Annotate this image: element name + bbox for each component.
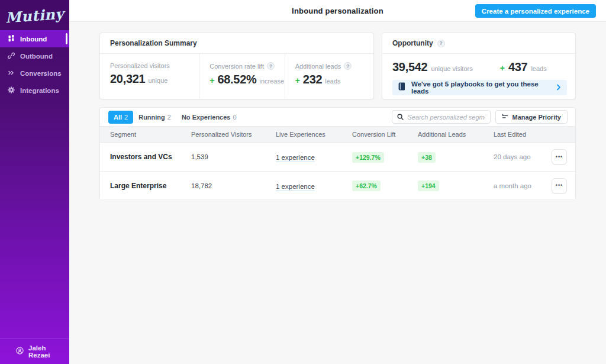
personalization-summary-card: Personalization Summary Personalized vis… [99, 33, 374, 99]
leads-unit: leads [531, 65, 546, 72]
sidebar-item-conversions[interactable]: Conversions [0, 65, 69, 82]
tab-label: All [114, 114, 122, 121]
tab-count: 0 [233, 114, 236, 121]
tab-count: 2 [167, 114, 171, 121]
metric-conversion-rate-lift: Conversion rate lift ? + 68.52% increase [199, 54, 284, 99]
opportunity-card-title: Opportunity [392, 39, 433, 47]
link-icon [8, 52, 15, 60]
sort-lines-icon [502, 114, 508, 121]
live-experiences-link[interactable]: 1 experience [276, 183, 315, 191]
column-header-personalized-visitors: Personalized Visitors [191, 131, 276, 138]
row-actions-button[interactable]: ••• [552, 149, 567, 165]
manage-priority-button[interactable]: Manage Priority [495, 110, 568, 124]
row-actions-button[interactable]: ••• [552, 178, 567, 194]
last-edited-value: 20 days ago [494, 153, 552, 160]
column-header-additional-leads: Additional Leads [418, 131, 494, 138]
metric-label: Personalized visitors [110, 62, 170, 69]
help-icon[interactable]: ? [437, 40, 445, 47]
book-icon [398, 82, 405, 93]
help-icon[interactable]: ? [267, 62, 275, 70]
segments-toolbar: All 2 Running 2 No Experiences 0 [100, 108, 575, 126]
chevron-right-icon [556, 82, 561, 93]
summary-card-header: Personalization Summary [100, 33, 373, 54]
tab-all[interactable]: All 2 [108, 111, 133, 124]
sidebar-spacer [0, 99, 69, 338]
last-edited-value: a month ago [494, 182, 552, 189]
page-title: Inbound personalization [292, 7, 383, 15]
top-bar: Inbound personalization Create a persona… [69, 0, 606, 22]
active-indicator [66, 33, 67, 44]
inbound-grid-icon [8, 35, 15, 43]
help-icon[interactable]: ? [344, 62, 352, 70]
tab-count: 2 [124, 114, 128, 121]
create-experience-button[interactable]: Create a personalized experience [475, 4, 596, 18]
metric-unit: increase [260, 78, 285, 85]
additional-leads-badge: +38 [418, 152, 436, 163]
sidebar-item-integrations[interactable]: Integrations [0, 82, 69, 99]
sidebar-item-label: Conversions [20, 70, 62, 77]
segments-card: All 2 Running 2 No Experiences 0 [99, 107, 576, 199]
unique-visitors-unit: unique visitors [431, 65, 472, 72]
tab-label: No Experiences [182, 114, 231, 121]
metric-label: Conversion rate lift [209, 63, 264, 70]
sidebar-item-inbound[interactable]: Inbound [0, 30, 69, 47]
metric-additional-leads: Additional leads ? + 232 leads [285, 54, 373, 99]
tab-running[interactable]: Running 2 [133, 111, 176, 124]
plus-sign: + [500, 63, 505, 73]
search-input[interactable] [407, 114, 485, 121]
personalized-visitors-value: 18,782 [191, 182, 276, 189]
live-experiences-link[interactable]: 1 experience [276, 154, 315, 162]
metric-unit: leads [325, 78, 340, 85]
metric-value: 20,321 [110, 72, 145, 86]
opportunity-card: Opportunity ? 39,542 unique visitors + 4… [382, 33, 576, 99]
segment-name: Investors and VCs [110, 153, 191, 161]
summary-card-title: Personalization Summary [110, 39, 197, 47]
sidebar: Mutiny Inbound [0, 0, 69, 364]
metric-label: Additional leads [295, 63, 341, 70]
column-header-last-edited: Last Edited [494, 131, 552, 138]
playbooks-banner-text: We've got 5 playbooks to get you these l… [411, 80, 550, 95]
conversion-lift-badge: +62.7% [352, 181, 381, 191]
opportunity-stats: 39,542 unique visitors + 437 leads [392, 60, 567, 74]
manage-priority-label: Manage Priority [512, 114, 561, 121]
opportunity-card-header: Opportunity ? [382, 33, 575, 54]
unique-visitors-value: 39,542 [392, 60, 427, 74]
segment-name: Large Enterprise [110, 182, 191, 190]
sidebar-item-label: Integrations [20, 87, 59, 94]
table-header: Segment Personalized Visitors Live Exper… [100, 126, 575, 143]
search-icon [397, 112, 404, 123]
conversion-lift-badge: +129.7% [352, 152, 384, 163]
user-avatar-icon [16, 347, 24, 356]
table-row[interactable]: Investors and VCs 1,539 1 experience +12… [100, 143, 575, 171]
segments-search [392, 110, 491, 124]
tab-no-experiences[interactable]: No Experiences 0 [176, 111, 242, 124]
metric-value: 232 [303, 73, 322, 86]
user-name: Jaleh Rezaei [28, 344, 69, 359]
column-header-segment: Segment [110, 131, 191, 138]
plus-sign: + [295, 76, 300, 85]
metric-personalized-visitors: Personalized visitors 20,321 unique [100, 54, 199, 99]
leads-value: 437 [508, 60, 527, 74]
summary-metrics: Personalized visitors 20,321 unique Conv… [100, 54, 373, 99]
sidebar-nav: Inbound Outbound [0, 30, 69, 99]
metric-value: 68.52% [217, 73, 256, 86]
metric-unit: unique [148, 77, 167, 84]
playbooks-banner[interactable]: We've got 5 playbooks to get you these l… [392, 80, 567, 95]
personalized-visitors-value: 1,539 [191, 153, 276, 160]
app-root: Mutiny Inbound [0, 0, 606, 364]
table-row[interactable]: Large Enterprise 18,782 1 experience +62… [100, 171, 575, 199]
mutiny-logo: Mutiny [5, 5, 64, 27]
plus-sign: + [209, 76, 214, 85]
column-header-conversion-lift: Conversion Lift [352, 131, 418, 138]
column-header-live-experiences: Live Experiences [276, 131, 352, 138]
tab-label: Running [138, 114, 165, 121]
sidebar-item-label: Outbound [20, 53, 53, 60]
double-chevron-icon [8, 69, 15, 78]
opportunity-body: 39,542 unique visitors + 437 leads We've… [382, 54, 575, 95]
sidebar-item-outbound[interactable]: Outbound [0, 47, 69, 65]
gear-icon [8, 86, 15, 95]
additional-leads-badge: +194 [418, 181, 439, 191]
sidebar-item-label: Inbound [20, 36, 47, 43]
sidebar-user-menu[interactable]: Jaleh Rezaei [0, 338, 69, 364]
